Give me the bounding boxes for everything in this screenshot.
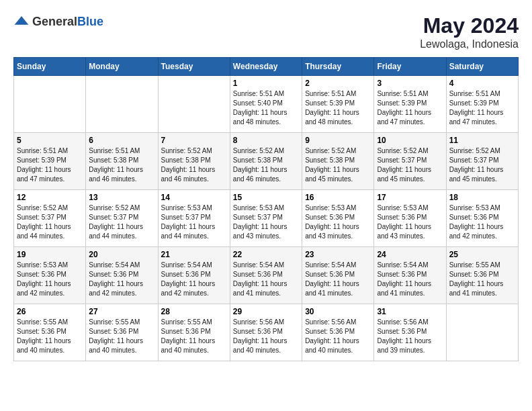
day-of-week-header: Saturday xyxy=(446,58,518,76)
day-of-week-header: Wednesday xyxy=(230,58,302,76)
day-number: 25 xyxy=(449,250,515,259)
calendar-cell: 17Sunrise: 5:53 AM Sunset: 5:36 PM Dayli… xyxy=(374,190,446,247)
day-info: Sunrise: 5:56 AM Sunset: 5:36 PM Dayligh… xyxy=(305,318,371,355)
logo-icon xyxy=(13,13,30,30)
calendar-cell xyxy=(14,76,86,133)
day-number: 13 xyxy=(89,193,154,202)
calendar-cell: 27Sunrise: 5:55 AM Sunset: 5:36 PM Dayli… xyxy=(86,304,158,361)
calendar-cell: 10Sunrise: 5:52 AM Sunset: 5:37 PM Dayli… xyxy=(374,133,446,190)
calendar-cell: 23Sunrise: 5:54 AM Sunset: 5:36 PM Dayli… xyxy=(302,247,374,304)
day-info: Sunrise: 5:54 AM Sunset: 5:36 PM Dayligh… xyxy=(89,261,154,298)
calendar-cell: 3Sunrise: 5:51 AM Sunset: 5:39 PM Daylig… xyxy=(374,76,446,133)
calendar-cell: 4Sunrise: 5:51 AM Sunset: 5:39 PM Daylig… xyxy=(446,76,518,133)
day-number: 11 xyxy=(449,136,515,145)
calendar-cell: 13Sunrise: 5:52 AM Sunset: 5:37 PM Dayli… xyxy=(86,190,158,247)
day-number: 31 xyxy=(377,307,443,316)
day-number: 5 xyxy=(17,136,83,145)
calendar-week-row: 19Sunrise: 5:53 AM Sunset: 5:36 PM Dayli… xyxy=(14,247,519,304)
day-of-week-header: Thursday xyxy=(302,58,374,76)
day-info: Sunrise: 5:52 AM Sunset: 5:37 PM Dayligh… xyxy=(449,146,515,184)
calendar-cell: 12Sunrise: 5:52 AM Sunset: 5:37 PM Dayli… xyxy=(14,190,86,247)
day-number: 22 xyxy=(233,250,299,259)
day-number: 24 xyxy=(377,250,443,259)
day-info: Sunrise: 5:54 AM Sunset: 5:36 PM Dayligh… xyxy=(233,261,299,298)
day-info: Sunrise: 5:53 AM Sunset: 5:36 PM Dayligh… xyxy=(377,203,443,241)
day-number: 16 xyxy=(305,193,371,202)
day-info: Sunrise: 5:53 AM Sunset: 5:37 PM Dayligh… xyxy=(233,203,299,241)
day-number: 9 xyxy=(305,136,371,145)
day-number: 27 xyxy=(89,307,154,316)
day-info: Sunrise: 5:51 AM Sunset: 5:40 PM Dayligh… xyxy=(233,89,299,127)
calendar-cell: 1Sunrise: 5:51 AM Sunset: 5:40 PM Daylig… xyxy=(230,76,302,133)
day-number: 20 xyxy=(89,250,154,259)
day-number: 12 xyxy=(17,193,83,202)
day-info: Sunrise: 5:52 AM Sunset: 5:38 PM Dayligh… xyxy=(233,146,299,184)
location-label: Lewolaga, Indonesia xyxy=(420,38,519,50)
calendar-cell: 15Sunrise: 5:53 AM Sunset: 5:37 PM Dayli… xyxy=(230,190,302,247)
calendar-cell: 9Sunrise: 5:52 AM Sunset: 5:38 PM Daylig… xyxy=(302,133,374,190)
day-number: 14 xyxy=(161,193,227,202)
day-info: Sunrise: 5:54 AM Sunset: 5:36 PM Dayligh… xyxy=(305,261,371,298)
day-info: Sunrise: 5:52 AM Sunset: 5:37 PM Dayligh… xyxy=(377,146,443,184)
day-info: Sunrise: 5:54 AM Sunset: 5:36 PM Dayligh… xyxy=(377,261,443,298)
day-info: Sunrise: 5:55 AM Sunset: 5:36 PM Dayligh… xyxy=(449,261,515,298)
calendar-cell: 28Sunrise: 5:55 AM Sunset: 5:36 PM Dayli… xyxy=(158,304,230,361)
month-year-title: May 2024 xyxy=(420,13,519,38)
calendar-cell: 31Sunrise: 5:56 AM Sunset: 5:36 PM Dayli… xyxy=(374,304,446,361)
calendar-cell: 29Sunrise: 5:56 AM Sunset: 5:36 PM Dayli… xyxy=(230,304,302,361)
calendar-week-row: 26Sunrise: 5:55 AM Sunset: 5:36 PM Dayli… xyxy=(14,304,519,361)
day-number: 2 xyxy=(305,79,371,88)
day-info: Sunrise: 5:51 AM Sunset: 5:39 PM Dayligh… xyxy=(305,89,371,127)
day-number: 8 xyxy=(233,136,299,145)
day-info: Sunrise: 5:53 AM Sunset: 5:36 PM Dayligh… xyxy=(17,261,83,298)
calendar-cell: 24Sunrise: 5:54 AM Sunset: 5:36 PM Dayli… xyxy=(374,247,446,304)
calendar-cell: 6Sunrise: 5:51 AM Sunset: 5:38 PM Daylig… xyxy=(86,133,158,190)
day-info: Sunrise: 5:52 AM Sunset: 5:37 PM Dayligh… xyxy=(89,203,154,241)
day-info: Sunrise: 5:51 AM Sunset: 5:38 PM Dayligh… xyxy=(89,146,154,184)
day-info: Sunrise: 5:53 AM Sunset: 5:37 PM Dayligh… xyxy=(161,203,227,241)
day-number: 26 xyxy=(17,307,83,316)
day-number: 10 xyxy=(377,136,443,145)
day-info: Sunrise: 5:56 AM Sunset: 5:36 PM Dayligh… xyxy=(233,318,299,355)
calendar-cell: 25Sunrise: 5:55 AM Sunset: 5:36 PM Dayli… xyxy=(446,247,518,304)
calendar-week-row: 5Sunrise: 5:51 AM Sunset: 5:39 PM Daylig… xyxy=(14,133,519,190)
calendar-header-row: SundayMondayTuesdayWednesdayThursdayFrid… xyxy=(14,58,519,76)
day-info: Sunrise: 5:51 AM Sunset: 5:39 PM Dayligh… xyxy=(17,146,83,184)
calendar-week-row: 12Sunrise: 5:52 AM Sunset: 5:37 PM Dayli… xyxy=(14,190,519,247)
day-of-week-header: Sunday xyxy=(14,58,86,76)
day-of-week-header: Monday xyxy=(86,58,158,76)
calendar-cell: 5Sunrise: 5:51 AM Sunset: 5:39 PM Daylig… xyxy=(14,133,86,190)
calendar-cell: 2Sunrise: 5:51 AM Sunset: 5:39 PM Daylig… xyxy=(302,76,374,133)
day-number: 3 xyxy=(377,79,443,88)
day-info: Sunrise: 5:55 AM Sunset: 5:36 PM Dayligh… xyxy=(161,318,227,355)
day-number: 6 xyxy=(89,136,154,145)
calendar-cell xyxy=(86,76,158,133)
day-number: 1 xyxy=(233,79,299,88)
calendar-cell: 26Sunrise: 5:55 AM Sunset: 5:36 PM Dayli… xyxy=(14,304,86,361)
calendar-cell: 8Sunrise: 5:52 AM Sunset: 5:38 PM Daylig… xyxy=(230,133,302,190)
day-of-week-header: Friday xyxy=(374,58,446,76)
day-number: 15 xyxy=(233,193,299,202)
calendar-week-row: 1Sunrise: 5:51 AM Sunset: 5:40 PM Daylig… xyxy=(14,76,519,133)
day-info: Sunrise: 5:52 AM Sunset: 5:37 PM Dayligh… xyxy=(17,203,83,241)
day-number: 7 xyxy=(161,136,227,145)
day-number: 29 xyxy=(233,307,299,316)
calendar-cell: 18Sunrise: 5:53 AM Sunset: 5:36 PM Dayli… xyxy=(446,190,518,247)
day-number: 18 xyxy=(449,193,515,202)
day-number: 17 xyxy=(377,193,443,202)
calendar-cell: 14Sunrise: 5:53 AM Sunset: 5:37 PM Dayli… xyxy=(158,190,230,247)
day-number: 28 xyxy=(161,307,227,316)
calendar-cell: 30Sunrise: 5:56 AM Sunset: 5:36 PM Dayli… xyxy=(302,304,374,361)
day-info: Sunrise: 5:51 AM Sunset: 5:39 PM Dayligh… xyxy=(449,89,515,127)
calendar-cell: 21Sunrise: 5:54 AM Sunset: 5:36 PM Dayli… xyxy=(158,247,230,304)
logo: GeneralBlue xyxy=(13,13,103,30)
page-header: GeneralBlue May 2024 Lewolaga, Indonesia xyxy=(13,13,519,50)
calendar-cell: 11Sunrise: 5:52 AM Sunset: 5:37 PM Dayli… xyxy=(446,133,518,190)
calendar-cell xyxy=(158,76,230,133)
calendar-cell: 16Sunrise: 5:53 AM Sunset: 5:36 PM Dayli… xyxy=(302,190,374,247)
day-number: 19 xyxy=(17,250,83,259)
day-info: Sunrise: 5:55 AM Sunset: 5:36 PM Dayligh… xyxy=(89,318,154,355)
day-number: 4 xyxy=(449,79,515,88)
day-info: Sunrise: 5:54 AM Sunset: 5:36 PM Dayligh… xyxy=(161,261,227,298)
calendar-table: SundayMondayTuesdayWednesdayThursdayFrid… xyxy=(13,57,519,361)
